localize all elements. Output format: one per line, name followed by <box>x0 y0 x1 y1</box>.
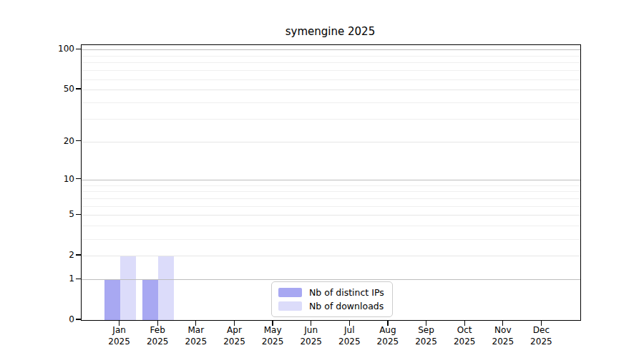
y-tick-mark-100 <box>76 49 81 49</box>
y-tick-label-10: 10 <box>42 173 74 185</box>
plot-area <box>81 44 581 321</box>
minor-gridline-y-60 <box>82 79 580 80</box>
y-tick-label-1: 1 <box>42 273 74 284</box>
x-tick-label-feb: Feb 2025 <box>147 325 169 347</box>
x-tick-label-apr: Apr 2025 <box>223 325 245 347</box>
legend-label-distinct-ips: Nb of distinct IPs <box>309 287 384 298</box>
x-tick-mark-dec <box>541 321 542 326</box>
x-tick-mark-jun <box>311 321 311 326</box>
y-tick-label-0: 0 <box>42 314 74 325</box>
minor-gridline-y-6 <box>82 206 580 207</box>
x-tick-mark-feb <box>157 321 158 326</box>
legend-swatch-distinct-ips-icon <box>278 288 302 297</box>
bar-distinct-ips-feb <box>142 279 158 320</box>
y-tick-mark-50 <box>76 88 81 89</box>
minor-gridline-y-30 <box>82 119 580 120</box>
x-tick-label-mar: Mar 2025 <box>185 325 208 347</box>
x-tick-label-jun: Jun 2025 <box>300 325 322 347</box>
x-tick-mark-nov <box>502 321 503 326</box>
y-tick-mark-0 <box>76 319 81 319</box>
y-tick-mark-1 <box>76 279 81 279</box>
bar-downloads-jan <box>120 256 136 320</box>
x-tick-mark-may <box>272 321 273 326</box>
x-tick-mark-jan <box>119 321 119 326</box>
x-tick-label-aug: Aug 2025 <box>377 325 399 347</box>
bar-downloads-feb <box>158 256 174 320</box>
x-tick-mark-apr <box>234 321 235 326</box>
x-tick-label-sep: Sep 2025 <box>415 325 437 347</box>
minor-gridline-y-90 <box>82 56 580 57</box>
chart-title: symengine 2025 <box>81 25 580 38</box>
legend-item-distinct-ips: Nb of distinct IPs <box>278 287 384 298</box>
gridline-y-20 <box>82 142 580 142</box>
gridline-y-2 <box>82 256 580 256</box>
minor-gridline-y-70 <box>82 70 580 71</box>
y-tick-mark-2 <box>76 254 81 255</box>
x-tick-label-may: May 2025 <box>262 325 284 347</box>
y-tick-label-2: 2 <box>42 249 74 261</box>
y-tick-label-5: 5 <box>42 208 74 220</box>
bar-distinct-ips-jan <box>104 279 120 320</box>
x-tick-label-dec: Dec 2025 <box>530 325 552 347</box>
gridline-y-5 <box>82 215 580 216</box>
y-tick-label-50: 50 <box>42 83 74 95</box>
minor-gridline-y-7 <box>82 198 580 199</box>
y-tick-label-100: 100 <box>42 43 74 54</box>
x-tick-label-jul: Jul 2025 <box>338 325 361 347</box>
minor-gridline-y-3 <box>82 239 580 240</box>
x-tick-mark-oct <box>464 321 465 326</box>
x-tick-label-nov: Nov 2025 <box>492 325 514 347</box>
minor-gridline-y-8 <box>82 191 580 192</box>
legend-label-downloads: Nb of downloads <box>309 301 384 311</box>
x-tick-mark-mar <box>195 321 196 326</box>
minor-gridline-y-4 <box>82 226 580 226</box>
gridline-y-10 <box>82 180 580 180</box>
gridline-y-100 <box>82 49 580 50</box>
y-tick-mark-10 <box>76 178 81 179</box>
legend: Nb of distinct IPs Nb of downloads <box>271 281 393 317</box>
y-tick-label-20: 20 <box>42 135 74 147</box>
x-tick-mark-aug <box>387 321 388 326</box>
chart-canvas: symengine 2025 0125102050100Jan 2025Feb … <box>0 0 644 358</box>
x-tick-mark-sep <box>426 321 426 326</box>
minor-gridline-y-9 <box>82 185 580 186</box>
x-tick-label-jan: Jan 2025 <box>108 325 130 347</box>
gridline-y-1 <box>82 279 580 280</box>
y-tick-mark-5 <box>76 214 81 215</box>
minor-gridline-y-80 <box>82 62 580 63</box>
legend-item-downloads: Nb of downloads <box>278 301 384 311</box>
legend-swatch-downloads-icon <box>278 301 302 311</box>
y-tick-mark-20 <box>76 140 81 141</box>
minor-gridline-y-40 <box>82 102 580 103</box>
gridline-y-50 <box>82 90 580 90</box>
x-tick-label-oct: Oct 2025 <box>454 325 476 347</box>
x-tick-mark-jul <box>349 321 350 326</box>
